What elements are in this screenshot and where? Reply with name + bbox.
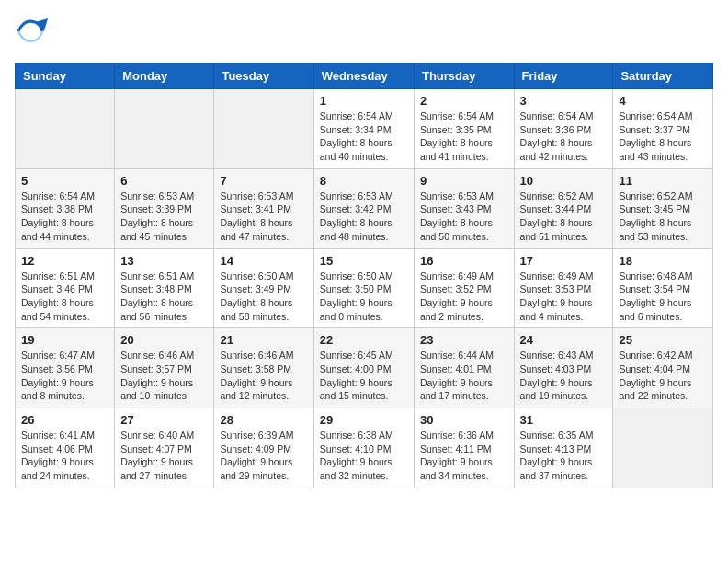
day-info: Sunrise: 6:53 AMSunset: 3:41 PMDaylight:… xyxy=(220,190,307,244)
calendar-cell xyxy=(16,89,115,169)
day-info: Sunrise: 6:54 AMSunset: 3:36 PMDaylight:… xyxy=(520,109,608,164)
day-number: 10 xyxy=(520,174,608,188)
calendar-cell: 10Sunrise: 6:52 AMSunset: 3:44 PMDayligh… xyxy=(514,168,613,248)
day-number: 4 xyxy=(619,94,707,108)
logo-icon xyxy=(15,15,51,52)
calendar-day-header: Sunday xyxy=(16,63,115,89)
day-info: Sunrise: 6:46 AMSunset: 3:57 PMDaylight:… xyxy=(120,349,208,403)
day-info: Sunrise: 6:40 AMSunset: 4:07 PMDaylight:… xyxy=(120,429,208,483)
day-number: 20 xyxy=(120,333,208,347)
calendar-week-row: 1Sunrise: 6:54 AMSunset: 3:34 PMDaylight… xyxy=(16,89,713,169)
calendar-cell: 2Sunrise: 6:54 AMSunset: 3:35 PMDaylight… xyxy=(414,89,514,169)
day-number: 14 xyxy=(220,254,307,268)
day-number: 3 xyxy=(520,94,608,108)
calendar-week-row: 12Sunrise: 6:51 AMSunset: 3:46 PMDayligh… xyxy=(16,248,713,328)
calendar-cell: 14Sunrise: 6:50 AMSunset: 3:49 PMDayligh… xyxy=(214,248,313,328)
calendar-week-row: 19Sunrise: 6:47 AMSunset: 3:56 PMDayligh… xyxy=(16,328,713,408)
day-info: Sunrise: 6:36 AMSunset: 4:11 PMDaylight:… xyxy=(420,429,508,483)
calendar-cell: 26Sunrise: 6:41 AMSunset: 4:06 PMDayligh… xyxy=(16,408,115,488)
calendar-cell: 11Sunrise: 6:52 AMSunset: 3:45 PMDayligh… xyxy=(613,168,713,248)
calendar-cell: 27Sunrise: 6:40 AMSunset: 4:07 PMDayligh… xyxy=(115,408,214,488)
day-number: 31 xyxy=(520,413,608,427)
calendar-cell: 13Sunrise: 6:51 AMSunset: 3:48 PMDayligh… xyxy=(115,248,214,328)
day-info: Sunrise: 6:39 AMSunset: 4:09 PMDaylight:… xyxy=(220,429,307,483)
day-info: Sunrise: 6:54 AMSunset: 3:37 PMDaylight:… xyxy=(619,109,707,164)
day-number: 15 xyxy=(320,254,408,268)
calendar-day-header: Saturday xyxy=(613,63,713,89)
day-number: 18 xyxy=(619,254,707,268)
day-info: Sunrise: 6:38 AMSunset: 4:10 PMDaylight:… xyxy=(320,429,408,483)
day-number: 9 xyxy=(420,174,508,188)
calendar-day-header: Monday xyxy=(115,63,214,89)
calendar-week-row: 26Sunrise: 6:41 AMSunset: 4:06 PMDayligh… xyxy=(16,408,713,488)
day-number: 30 xyxy=(420,413,508,427)
calendar-cell: 8Sunrise: 6:53 AMSunset: 3:42 PMDaylight… xyxy=(313,168,414,248)
day-number: 8 xyxy=(320,174,408,188)
calendar-cell: 3Sunrise: 6:54 AMSunset: 3:36 PMDaylight… xyxy=(514,89,613,169)
calendar-cell: 31Sunrise: 6:35 AMSunset: 4:13 PMDayligh… xyxy=(514,408,613,488)
calendar-cell: 29Sunrise: 6:38 AMSunset: 4:10 PMDayligh… xyxy=(313,408,414,488)
day-number: 24 xyxy=(520,333,608,347)
calendar-cell: 20Sunrise: 6:46 AMSunset: 3:57 PMDayligh… xyxy=(115,328,214,408)
day-info: Sunrise: 6:51 AMSunset: 3:48 PMDaylight:… xyxy=(120,270,208,324)
day-number: 2 xyxy=(420,94,508,108)
logo xyxy=(15,15,55,52)
calendar-cell: 17Sunrise: 6:49 AMSunset: 3:53 PMDayligh… xyxy=(514,248,613,328)
day-info: Sunrise: 6:41 AMSunset: 4:06 PMDaylight:… xyxy=(21,429,108,483)
day-number: 21 xyxy=(220,333,307,347)
day-number: 5 xyxy=(21,174,108,188)
day-number: 13 xyxy=(120,254,208,268)
calendar-cell xyxy=(613,408,713,488)
page-header xyxy=(15,15,713,52)
day-number: 1 xyxy=(320,94,408,108)
calendar-week-row: 5Sunrise: 6:54 AMSunset: 3:38 PMDaylight… xyxy=(16,168,713,248)
day-number: 22 xyxy=(320,333,408,347)
day-number: 26 xyxy=(21,413,108,427)
calendar-cell: 1Sunrise: 6:54 AMSunset: 3:34 PMDaylight… xyxy=(313,89,414,169)
day-info: Sunrise: 6:52 AMSunset: 3:44 PMDaylight:… xyxy=(520,190,608,244)
calendar-cell xyxy=(115,89,214,169)
day-info: Sunrise: 6:35 AMSunset: 4:13 PMDaylight:… xyxy=(520,429,608,483)
calendar-cell xyxy=(214,89,313,169)
calendar-cell: 5Sunrise: 6:54 AMSunset: 3:38 PMDaylight… xyxy=(16,168,115,248)
day-number: 7 xyxy=(220,174,307,188)
day-number: 16 xyxy=(420,254,508,268)
day-number: 6 xyxy=(120,174,208,188)
calendar-day-header: Friday xyxy=(514,63,613,89)
calendar-cell: 16Sunrise: 6:49 AMSunset: 3:52 PMDayligh… xyxy=(414,248,514,328)
day-info: Sunrise: 6:53 AMSunset: 3:43 PMDaylight:… xyxy=(420,190,508,244)
calendar-cell: 12Sunrise: 6:51 AMSunset: 3:46 PMDayligh… xyxy=(16,248,115,328)
day-info: Sunrise: 6:54 AMSunset: 3:34 PMDaylight:… xyxy=(320,109,408,164)
day-info: Sunrise: 6:43 AMSunset: 4:03 PMDaylight:… xyxy=(520,349,608,403)
day-info: Sunrise: 6:49 AMSunset: 3:52 PMDaylight:… xyxy=(420,270,508,324)
calendar-cell: 22Sunrise: 6:45 AMSunset: 4:00 PMDayligh… xyxy=(313,328,414,408)
day-info: Sunrise: 6:53 AMSunset: 3:42 PMDaylight:… xyxy=(320,190,408,244)
day-info: Sunrise: 6:48 AMSunset: 3:54 PMDaylight:… xyxy=(619,270,707,324)
calendar-cell: 15Sunrise: 6:50 AMSunset: 3:50 PMDayligh… xyxy=(313,248,414,328)
day-number: 12 xyxy=(21,254,108,268)
calendar-cell: 6Sunrise: 6:53 AMSunset: 3:39 PMDaylight… xyxy=(115,168,214,248)
calendar-day-header: Wednesday xyxy=(313,63,414,89)
day-number: 11 xyxy=(619,174,707,188)
day-info: Sunrise: 6:53 AMSunset: 3:39 PMDaylight:… xyxy=(120,190,208,244)
day-info: Sunrise: 6:49 AMSunset: 3:53 PMDaylight:… xyxy=(520,270,608,324)
day-number: 23 xyxy=(420,333,508,347)
day-info: Sunrise: 6:54 AMSunset: 3:35 PMDaylight:… xyxy=(420,109,508,164)
calendar-table: SundayMondayTuesdayWednesdayThursdayFrid… xyxy=(15,63,713,488)
day-info: Sunrise: 6:47 AMSunset: 3:56 PMDaylight:… xyxy=(21,349,108,403)
day-info: Sunrise: 6:46 AMSunset: 3:58 PMDaylight:… xyxy=(220,349,307,403)
calendar-cell: 4Sunrise: 6:54 AMSunset: 3:37 PMDaylight… xyxy=(613,89,713,169)
day-number: 17 xyxy=(520,254,608,268)
calendar-cell: 23Sunrise: 6:44 AMSunset: 4:01 PMDayligh… xyxy=(414,328,514,408)
calendar-cell: 7Sunrise: 6:53 AMSunset: 3:41 PMDaylight… xyxy=(214,168,313,248)
day-info: Sunrise: 6:52 AMSunset: 3:45 PMDaylight:… xyxy=(619,190,707,244)
day-info: Sunrise: 6:44 AMSunset: 4:01 PMDaylight:… xyxy=(420,349,508,403)
calendar-cell: 18Sunrise: 6:48 AMSunset: 3:54 PMDayligh… xyxy=(613,248,713,328)
calendar-day-header: Thursday xyxy=(414,63,514,89)
day-info: Sunrise: 6:45 AMSunset: 4:00 PMDaylight:… xyxy=(320,349,408,403)
day-number: 19 xyxy=(21,333,108,347)
calendar-cell: 9Sunrise: 6:53 AMSunset: 3:43 PMDaylight… xyxy=(414,168,514,248)
day-number: 27 xyxy=(120,413,208,427)
calendar-header-row: SundayMondayTuesdayWednesdayThursdayFrid… xyxy=(16,63,713,89)
day-number: 28 xyxy=(220,413,307,427)
